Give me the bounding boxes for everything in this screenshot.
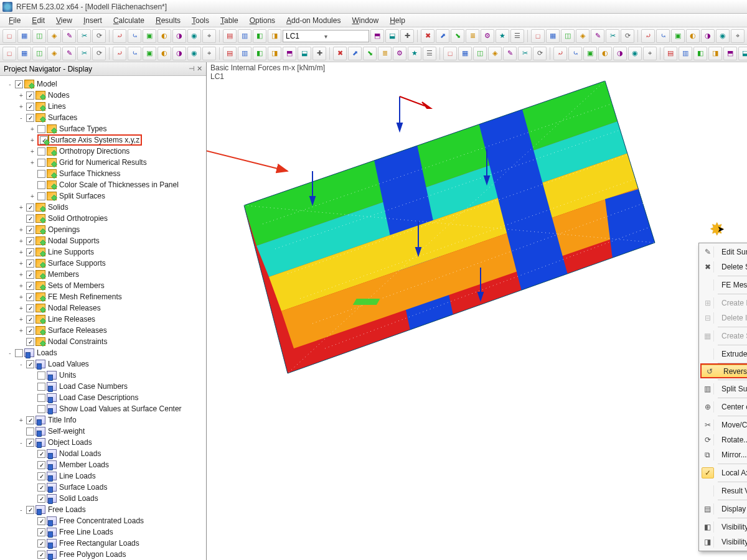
tree-node[interactable]: Show Load Values at Surface Center [1,403,206,414]
context-item-extrude[interactable]: Extrude [699,347,747,362]
tree-checkbox[interactable] [26,416,34,424]
toolbar-button[interactable]: ✖ [421,29,435,43]
toolbar-button[interactable]: ✂ [77,47,91,60]
toolbar-button[interactable]: ⬊ [363,47,377,60]
menu-window[interactable]: Window [347,15,383,26]
tree-checkbox[interactable] [26,114,34,122]
toolbar-button[interactable]: ▣ [143,29,156,43]
tree-checkbox[interactable] [37,528,45,536]
context-item-move-copy[interactable]: ✂Move/Copy... [699,418,747,432]
toolbar-button[interactable]: ⬈ [348,47,362,60]
tree-checkbox[interactable] [37,371,45,380]
toolbar-button[interactable]: ☰ [423,47,436,60]
tree-node[interactable]: -Model [1,78,206,90]
context-item-display-properties[interactable]: ▤Display Properties... [699,502,747,516]
toolbar-button[interactable]: ⟳ [92,29,106,43]
tree-node[interactable]: Surface Loads [1,482,206,493]
tree-node[interactable]: +Members [1,269,206,280]
tree-checkbox[interactable] [26,91,34,100]
toolbar-button[interactable]: ⤾ [113,47,126,60]
toolbar-button[interactable]: ✎ [62,47,76,60]
tree-node[interactable]: Units [1,370,206,381]
toolbar-button[interactable]: ◧ [693,47,707,60]
tree-checkbox[interactable] [37,147,45,156]
tree-checkbox[interactable] [26,338,34,346]
tree-node[interactable]: Free Polygon Loads [1,549,206,560]
toolbar-button[interactable]: □ [443,47,457,60]
tree-node[interactable]: -Free Loads [1,504,206,515]
tree-checkbox[interactable] [37,181,45,189]
context-item-edit-surface[interactable]: ✎Edit Surface... [699,245,747,259]
tree-expander-icon[interactable]: - [17,506,25,513]
toolbar-button[interactable]: ★ [408,47,421,60]
menu-table[interactable]: Table [215,15,243,26]
toolbar-button[interactable]: ◈ [47,47,61,60]
toolbar-button[interactable]: ◐ [598,47,612,60]
toolbar-button[interactable]: ▥ [238,29,251,43]
toolbar-button[interactable]: ▥ [679,47,692,60]
toolbar-button[interactable]: ◐ [157,47,171,60]
toolbar-button[interactable]: ⬈ [436,29,449,43]
toolbar-button[interactable]: ✂ [606,29,619,43]
toolbar-button[interactable]: ▤ [223,29,237,43]
toolbar-button[interactable]: ▦ [546,29,560,43]
toolbar-button[interactable]: ⤿ [128,29,141,43]
toolbar-button[interactable]: ✎ [591,29,604,43]
tree-expander-icon[interactable]: + [17,294,25,301]
tree-checkbox[interactable] [15,349,23,357]
toolbar-button[interactable]: ⬓ [738,47,747,60]
tree-node[interactable]: +Surface Supports [1,258,206,269]
toolbar-button[interactable]: ⌖ [643,47,657,60]
context-item-rotate[interactable]: ⟳Rotate... [699,432,747,447]
context-item-split-surface[interactable]: ▥Split Surface... [699,381,747,396]
toolbar-button[interactable]: ✎ [62,29,76,43]
toolbar-button[interactable]: ◈ [47,29,61,43]
toolbar-button[interactable]: ◧ [253,29,266,43]
toolbar-button[interactable]: ◨ [268,29,281,43]
toolbar-button[interactable]: ◨ [708,47,722,60]
toolbar-button[interactable]: ◈ [576,29,590,43]
toolbar-button[interactable]: □ [2,47,16,60]
toolbar-button[interactable]: ✎ [503,47,517,60]
menu-add-on-modules[interactable]: Add-on Modules [281,15,345,26]
tree-checkbox[interactable] [37,495,45,503]
toolbar-button[interactable]: ◨ [268,47,281,60]
toolbar-button[interactable]: ◧ [253,47,266,60]
tree-expander-icon[interactable]: + [17,238,25,245]
toolbar-button[interactable]: ⚙ [481,29,494,43]
toolbar-button[interactable]: ◉ [187,47,201,60]
toolbar-button[interactable]: ⬒ [370,29,384,43]
tree-node[interactable]: +Surface Types [1,123,206,134]
tree-node[interactable]: +Sets of Members [1,280,206,291]
toolbar-button[interactable]: ▦ [17,47,31,60]
tree-node[interactable]: +Nodal Supports [1,235,206,246]
context-item-visibility-by-hiding-selected-objects[interactable]: ◨Visibility by Hiding Selected Objects [699,534,747,549]
tree-expander-icon[interactable]: + [17,327,25,334]
toolbar-button[interactable]: ▥ [238,47,251,60]
context-item-reverse-local-axis-system[interactable]: ↺Reverse Local Axis System [700,365,747,378]
toolbar-button[interactable]: ◫ [473,47,487,60]
tree-node[interactable]: Line Loads [1,470,206,482]
toolbar-button[interactable]: ◐ [157,29,171,43]
toolbar-button[interactable]: ⤿ [128,47,141,60]
context-item-center-of-gravity-and-info[interactable]: ⊕Center of Gravity and Info... [699,399,747,414]
menu-options[interactable]: Options [245,15,280,26]
menu-results[interactable]: Results [151,15,186,26]
tree-node[interactable]: Nodal Constraints [1,336,206,347]
toolbar-button[interactable]: ▣ [583,47,597,60]
toolbar-button[interactable]: ⌖ [202,47,216,60]
toolbar-button[interactable]: ✂ [77,29,91,43]
toolbar-button[interactable]: ⬒ [723,47,737,60]
toolbar-button[interactable]: ▦ [17,29,31,43]
toolbar-button[interactable]: ◑ [172,29,186,43]
tree-checkbox[interactable] [26,248,34,256]
toolbar-button[interactable]: ◫ [32,29,46,43]
menu-tools[interactable]: Tools [187,15,214,26]
toolbar-button[interactable]: ◑ [701,29,715,43]
tree-checkbox[interactable] [37,450,45,458]
toolbar-button[interactable]: ★ [496,29,509,43]
tree-node[interactable]: Surface Thickness [1,168,206,179]
toolbar-button[interactable]: □ [2,29,16,43]
toolbar-button[interactable]: ⬒ [283,47,296,60]
tree-node[interactable]: +Lines [1,101,206,112]
